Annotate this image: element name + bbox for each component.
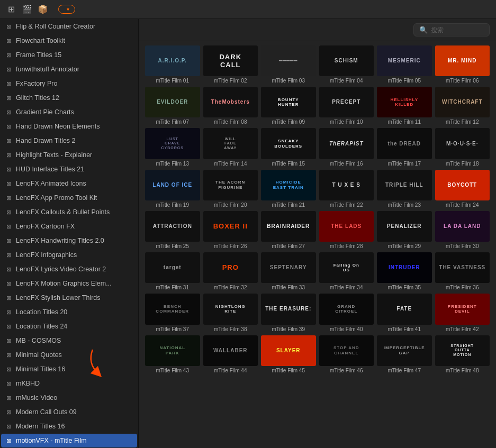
grid-item-1[interactable]: DARKCALL mTitle Film 02: [203, 45, 258, 84]
grid-item-28[interactable]: PENALIZER mTitle Film 29: [377, 211, 432, 249]
thumb-36: BENCHCOMMANDER: [145, 294, 200, 324]
grid-item-27[interactable]: THE LADS mTitle Film 28: [319, 211, 374, 249]
grid-item-24[interactable]: ATTRACTION mTitle Film 25: [145, 211, 200, 249]
sidebar-item-16[interactable]: ⊠ LenoFX Infographics: [1, 248, 137, 262]
film-icon[interactable]: 🎬: [21, 4, 33, 15]
sidebar-item-icon-16: ⊠: [4, 251, 13, 259]
sidebar-item-25[interactable]: ⊠ mKBHD: [1, 377, 137, 390]
sidebar-item-3[interactable]: ⊠ funwithstuff Annotator: [1, 62, 137, 76]
grid-icon[interactable]: ⊞: [5, 4, 17, 15]
grid-item-15[interactable]: ThERAPiST mTitle Film 16: [319, 128, 374, 166]
grid-item-23[interactable]: BOYCOTT mTitle Film 24: [435, 170, 490, 208]
grid-item-39[interactable]: GRANDCITROEL mTitle Film 40: [319, 294, 374, 332]
grid-item-38[interactable]: THE ERASURE: mTitle Film 39: [261, 294, 316, 332]
grid-item-29[interactable]: LA DA LAND mTitle Film 30: [435, 211, 490, 249]
sidebar-item-10[interactable]: ⊠ HUD Interface Titles 21: [1, 162, 137, 176]
grid-item-12[interactable]: LUSTGRAVECYBORGS mTitle Film 13: [145, 128, 200, 166]
box-icon[interactable]: 📦: [37, 4, 49, 15]
sidebar-item-27[interactable]: ⊠ Modern Call Outs 09: [1, 405, 137, 419]
grid-label-30: mTitle Film 31: [145, 285, 200, 290]
installed-subtitles-badge[interactable]: ▾: [58, 5, 75, 14]
grid-item-20[interactable]: HOMICIDEEAST TRAIN mTitle Film 21: [261, 170, 316, 208]
chevron-down-icon: ▾: [67, 6, 69, 12]
sidebar-item-label-24: Minimal Titles 16: [16, 365, 65, 373]
grid-item-7[interactable]: TheMobsters mTitle Film 08: [203, 87, 258, 125]
grid-item-35[interactable]: THE VASTNESS mTitle Film 36: [435, 252, 490, 290]
grid-item-44[interactable]: SLAYER mTitle Film 45: [261, 335, 316, 373]
grid-item-3[interactable]: SCHISM mTitle Film 04: [319, 45, 374, 84]
grid-item-43[interactable]: WALLABER mTitle Film 44: [203, 335, 258, 373]
grid-item-9[interactable]: PRECEPT mTitle Film 10: [319, 87, 374, 125]
sidebar-item-15[interactable]: ⊠ LenoFX Handwriting Titles 2.0: [1, 234, 137, 248]
grid-item-47[interactable]: STRAIGHTOUTTAMOTION mTitle Film 48: [435, 335, 490, 373]
grid-item-36[interactable]: BENCHCOMMANDER mTitle Film 37: [145, 294, 200, 332]
grid-item-8[interactable]: BOUNTYHUNTER mTitle Film 09: [261, 87, 316, 125]
grid-item-4[interactable]: MESMERIC mTitle Film 05: [377, 45, 432, 84]
grid-item-30[interactable]: target mTitle Film 31: [145, 252, 200, 290]
grid-item-16[interactable]: the DREAD mTitle Film 17: [377, 128, 432, 166]
sidebar-item-13[interactable]: ⊠ LenoFX Callouts & Bullet Points: [1, 205, 137, 219]
grid-item-22[interactable]: TRIPLE HILL mTitle Film 23: [377, 170, 432, 208]
grid-label-41: mTitle Film 42: [435, 326, 490, 332]
topbar: ⊞ 🎬 📦 ▾: [0, 0, 496, 19]
sidebar-item-5[interactable]: ⊠ Glitch Titles 12: [1, 91, 137, 105]
grid-item-34[interactable]: INTRUDER mTitle Film 35: [377, 252, 432, 290]
grid-label-34: mTitle Film 35: [377, 285, 432, 290]
grid-item-0[interactable]: A.R.I.O.P. mTitle Film 01: [145, 45, 200, 84]
sidebar-item-11[interactable]: ⊠ LenoFX Animated Icons: [1, 177, 137, 190]
sidebar-item-label-1: Flowchart Toolkit: [16, 37, 65, 44]
grid-item-21[interactable]: T U X E S mTitle Film 22: [319, 170, 374, 208]
sidebar-item-18[interactable]: ⊠ LenoFX Motion Graphics Elem...: [1, 277, 137, 290]
sidebar-item-21[interactable]: ⊠ Location Titles 24: [1, 319, 137, 333]
thumb-10: HELLISHLYKILLED: [377, 87, 432, 117]
grid-item-25[interactable]: BOXER II mTitle Film 26: [203, 211, 258, 249]
sidebar-item-14[interactable]: ⊠ LenoFX Cartoon FX: [1, 220, 137, 233]
grid-item-10[interactable]: HELLISHLYKILLED mTitle Film 11: [377, 87, 432, 125]
thumb-44: SLAYER: [261, 335, 316, 366]
sidebar-item-6[interactable]: ⊠ Gradient Pie Charts: [1, 105, 137, 119]
sidebar-item-23[interactable]: ⊠ Minimal Quotes: [1, 348, 137, 362]
grid-item-14[interactable]: SNEAKYBOULDERS mTitle Film 15: [261, 128, 316, 166]
sidebar-item-12[interactable]: ⊠ LenoFX App Promo Tool Kit: [1, 191, 137, 205]
sidebar-item-label-11: LenoFX Animated Icons: [16, 180, 86, 187]
topbar-icons: ⊞ 🎬 📦: [5, 4, 49, 15]
grid-item-13[interactable]: WILLFADEAWAY mTitle Film 14: [203, 128, 258, 166]
grid-item-40[interactable]: FATE mTitle Film 41: [377, 294, 432, 332]
search-input[interactable]: [431, 26, 484, 34]
sidebar-item-20[interactable]: ⊠ Location Titles 20: [1, 305, 137, 319]
sidebar-item-label-13: LenoFX Callouts & Bullet Points: [16, 208, 110, 216]
sidebar-item-22[interactable]: ⊠ MB - COSMOS: [1, 334, 137, 348]
search-box[interactable]: 🔍: [413, 23, 490, 36]
sidebar-item-29[interactable]: ⊠ motionVFX - mTitle Film: [1, 434, 137, 447]
grid-item-18[interactable]: LAND OF ICE mTitle Film 19: [145, 170, 200, 208]
sidebar-item-8[interactable]: ⊠ Hand Drawn Titles 2: [1, 134, 137, 148]
grid-item-5[interactable]: MR. MIND mTitle Film 06: [435, 45, 490, 84]
grid-item-2[interactable]: ━━━━━ mTitle Film 03: [261, 45, 316, 84]
grid-item-17[interactable]: M·O·U·S·E· mTitle Film 18: [435, 128, 490, 166]
grid-item-45[interactable]: STOP ANDCHANNEL mTitle Film 46: [319, 335, 374, 373]
grid-item-32[interactable]: SEPTENARY mTitle Film 33: [261, 252, 316, 290]
grid-item-37[interactable]: NIGHTLONGRITE mTitle Film 38: [203, 294, 258, 332]
grid-item-11[interactable]: WITCHCRAFT mTitle Film 12: [435, 87, 490, 125]
grid-item-31[interactable]: PRO mTitle Film 32: [203, 252, 258, 290]
sidebar-item-9[interactable]: ⊠ Highlight Texts - Explainer: [1, 148, 137, 162]
thumb-27: THE LADS: [319, 211, 374, 242]
sidebar-item-1[interactable]: ⊠ Flowchart Toolkit: [1, 34, 137, 48]
grid-item-42[interactable]: NATIONALPARK mTitle Film 43: [145, 335, 200, 373]
sidebar-item-26[interactable]: ⊠ mMusic Video: [1, 391, 137, 405]
sidebar-item-17[interactable]: ⊠ LenoFX Lyrics Video Creator 2: [1, 262, 137, 276]
thumb-25: BOXER II: [203, 211, 258, 242]
sidebar-item-28[interactable]: ⊠ Modern Titles 16: [1, 419, 137, 433]
grid-item-26[interactable]: BRAINRAIDER mTitle Film 27: [261, 211, 316, 249]
grid-item-19[interactable]: THE ACORNFIGURINE mTitle Film 20: [203, 170, 258, 208]
sidebar-item-7[interactable]: ⊠ Hand Drawn Neon Elements: [1, 120, 137, 133]
grid-item-41[interactable]: PRESIDENTDEVIL mTitle Film 42: [435, 294, 490, 332]
grid-item-6[interactable]: EVILDOER mTitle Film 07: [145, 87, 200, 125]
grid-item-46[interactable]: IMPERCEPTIBLEGAP mTitle Film 47: [377, 335, 432, 373]
sidebar-item-24[interactable]: ⊠ Minimal Titles 16: [1, 362, 137, 376]
grid-item-33[interactable]: Falling OnUS mTitle Film 34: [319, 252, 374, 290]
sidebar-item-2[interactable]: ⊠ Frame Titles 15: [1, 48, 137, 62]
sidebar-item-4[interactable]: ⊠ FxFactory Pro: [1, 77, 137, 90]
sidebar-item-0[interactable]: ⊠ Flip & Roll Counter Creator: [1, 20, 137, 33]
sidebar-item-19[interactable]: ⊠ LenoFX Stylish Lower Thirds: [1, 291, 137, 305]
